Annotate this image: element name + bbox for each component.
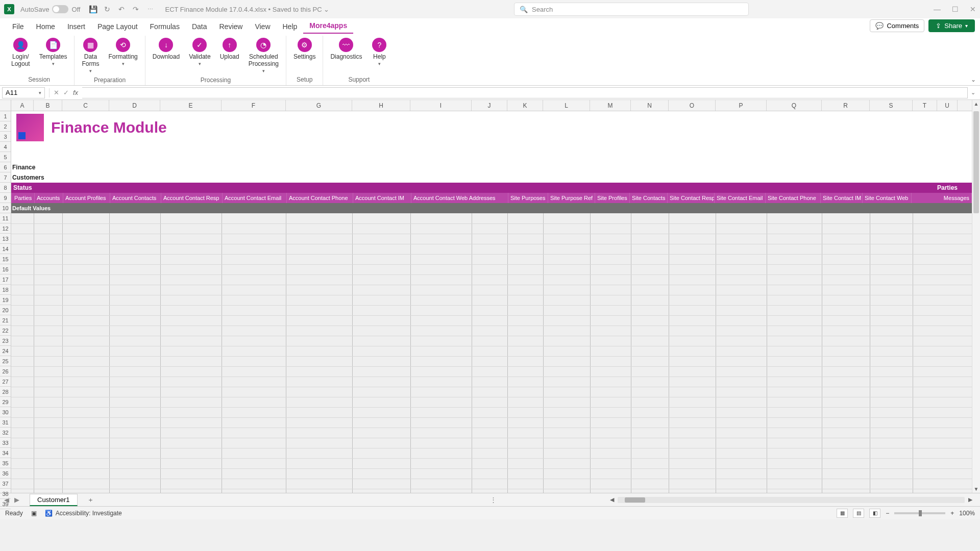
cancel-formula-icon[interactable]: ✕	[54, 89, 59, 96]
column-header-J[interactable]: J	[472, 100, 507, 111]
subheader-site-contact-phone[interactable]: Site Contact Phone	[766, 193, 821, 203]
row-header-16[interactable]: 16	[0, 264, 11, 274]
collapse-ribbon-icon[interactable]: ⌄	[971, 76, 976, 83]
ribbon-settings-button[interactable]: ⚙Settings	[289, 36, 320, 75]
chevron-down-icon[interactable]: ▾	[39, 90, 41, 95]
row-header-19[interactable]: 19	[0, 295, 11, 305]
document-title[interactable]: ECT Finance Module 17.0.4.4.xlsx • Saved…	[165, 6, 329, 13]
subheader-account-profiles[interactable]: Account Profiles	[63, 193, 110, 203]
comments-button[interactable]: 💬 Comments	[870, 19, 924, 32]
tab-review[interactable]: Review	[213, 19, 249, 34]
subheader-site-contact-resp[interactable]: Site Contact Resp	[668, 193, 715, 203]
row-header-34[interactable]: 34	[0, 448, 11, 458]
select-all-triangle[interactable]	[0, 100, 11, 111]
subheader-account-contact-web-addresses[interactable]: Account Contact Web Addresses	[411, 193, 508, 203]
column-header-K[interactable]: K	[507, 100, 543, 111]
save-icon[interactable]: 💾	[88, 5, 97, 14]
ribbon-download-button[interactable]: ↓Download	[149, 36, 184, 76]
formula-input[interactable]	[82, 87, 968, 98]
ribbon-diagnostics-button[interactable]: 〰Diagnostics	[326, 36, 366, 75]
tab-data[interactable]: Data	[186, 19, 213, 34]
view-page-layout-icon[interactable]: ▤	[853, 509, 864, 518]
subheader-account-contacts[interactable]: Account Contacts	[110, 193, 161, 203]
qat-more-icon[interactable]: ⋯	[145, 5, 155, 14]
column-header-N[interactable]: N	[631, 100, 669, 111]
row-header-23[interactable]: 23	[0, 336, 11, 346]
sheet-tab-customer1[interactable]: Customer1	[30, 494, 78, 506]
row-header-32[interactable]: 32	[0, 428, 11, 438]
row-header-3[interactable]: 3	[0, 132, 11, 142]
add-sheet-button[interactable]: ＋	[86, 495, 96, 505]
row-header-39[interactable]: 39	[0, 499, 11, 509]
spreadsheet-grid[interactable]: ABCDEFGHIJKLMNOPQRSTU 123456789101112131…	[0, 100, 980, 493]
subheader-site-purpose-ref[interactable]: Site Purpose Ref	[548, 193, 595, 203]
ribbon-help-button[interactable]: ?Help▾	[367, 36, 391, 75]
tab-page-layout[interactable]: Page Layout	[91, 19, 144, 34]
accept-formula-icon[interactable]: ✓	[63, 89, 69, 96]
row-header-12[interactable]: 12	[0, 223, 11, 234]
column-header-S[interactable]: S	[870, 100, 913, 111]
cell-row-6[interactable]: Finance	[11, 162, 972, 172]
scroll-right-icon[interactable]: ▶	[967, 496, 974, 503]
column-header-G[interactable]: G	[286, 100, 352, 111]
tab-home[interactable]: Home	[30, 19, 61, 34]
ribbon-data-forms-button[interactable]: ▦Data Forms▾	[78, 36, 103, 76]
row-header-8[interactable]: 8	[0, 183, 11, 193]
column-header-R[interactable]: R	[822, 100, 870, 111]
column-header-P[interactable]: P	[716, 100, 767, 111]
ribbon-formatting-button[interactable]: ⟲Formatting▾	[104, 36, 141, 76]
zoom-level[interactable]: 100%	[959, 510, 975, 517]
row-header-35[interactable]: 35	[0, 458, 11, 468]
column-header-O[interactable]: O	[669, 100, 716, 111]
row-header-11[interactable]: 11	[0, 213, 11, 223]
sheet-tab-options-icon[interactable]: ⋮	[490, 496, 497, 504]
ribbon-upload-button[interactable]: ↑Upload	[216, 36, 243, 76]
scroll-up-icon[interactable]: ▲	[972, 101, 980, 107]
row-header-6[interactable]: 6	[0, 162, 11, 172]
row-header-14[interactable]: 14	[0, 244, 11, 254]
subheader-account-contact-phone[interactable]: Account Contact Phone	[287, 193, 353, 203]
column-headers[interactable]: ABCDEFGHIJKLMNOPQRSTU	[11, 100, 972, 111]
row-header-4[interactable]: 4	[0, 142, 11, 152]
subheader-site-purposes[interactable]: Site Purposes	[508, 193, 548, 203]
zoom-out-icon[interactable]: −	[886, 510, 889, 517]
sync-icon[interactable]: ↻	[103, 5, 112, 14]
subheader-site-contact-im[interactable]: Site Contact IM	[821, 193, 863, 203]
tab-insert[interactable]: Insert	[61, 19, 91, 34]
tab-formulas[interactable]: Formulas	[144, 19, 186, 34]
subheader-site-contact-web[interactable]: Site Contact Web	[863, 193, 912, 203]
vertical-scrollbar[interactable]: ▲ ▼	[972, 100, 980, 493]
scroll-left-icon[interactable]: ◀	[608, 496, 616, 503]
row-header-29[interactable]: 29	[0, 397, 11, 407]
zoom-in-icon[interactable]: +	[950, 510, 954, 517]
row-header-7[interactable]: 7	[0, 172, 11, 183]
column-header-D[interactable]: D	[109, 100, 160, 111]
scrollbar-thumb[interactable]	[973, 111, 979, 213]
row-header-17[interactable]: 17	[0, 274, 11, 285]
column-header-B[interactable]: B	[34, 100, 62, 111]
minimize-icon[interactable]: —	[934, 5, 941, 13]
row-header-21[interactable]: 21	[0, 315, 11, 325]
column-header-M[interactable]: M	[590, 100, 631, 111]
row-header-25[interactable]: 25	[0, 356, 11, 366]
row-header-28[interactable]: 28	[0, 387, 11, 397]
subheader-account-contact-email[interactable]: Account Contact Email	[223, 193, 287, 203]
macro-record-icon[interactable]: ▣	[31, 510, 37, 517]
name-box[interactable]: A11 ▾	[2, 87, 45, 98]
row-header-36[interactable]: 36	[0, 468, 11, 479]
hscroll-thumb[interactable]	[625, 497, 645, 503]
expand-formula-icon[interactable]: ⌄	[968, 89, 978, 96]
subheader-account-contact-im[interactable]: Account Contact IM	[353, 193, 411, 203]
default-values-row[interactable]: Default Values	[11, 203, 972, 213]
tab-view[interactable]: View	[249, 19, 276, 34]
share-button[interactable]: ⇪ Share ▾	[928, 19, 975, 32]
subheader-messages[interactable]: Messages	[912, 193, 972, 203]
view-normal-icon[interactable]: ▦	[837, 509, 848, 518]
column-group-headers[interactable]: PartiesAccountsAccount ProfilesAccount C…	[11, 193, 972, 203]
row-header-38[interactable]: 38	[0, 489, 11, 499]
column-header-E[interactable]: E	[160, 100, 222, 111]
subheader-account-contact-resp[interactable]: Account Contact Resp	[161, 193, 223, 203]
subheader-parties[interactable]: Parties	[12, 193, 35, 203]
subheader-site-contact-email[interactable]: Site Contact Email	[715, 193, 766, 203]
accessibility-status[interactable]: ♿ Accessibility: Investigate	[45, 510, 122, 517]
